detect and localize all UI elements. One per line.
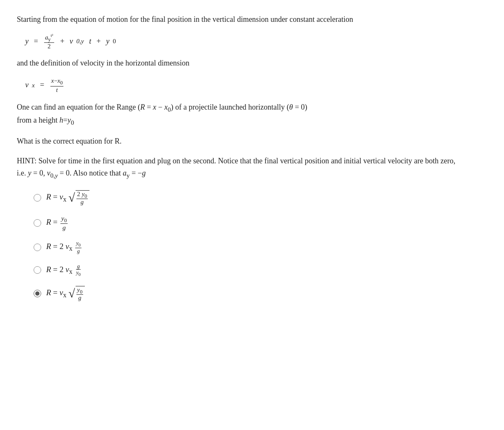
- eq1-v0y-sub: 0,y: [76, 34, 84, 48]
- option-B-row[interactable]: R = y0 g: [34, 215, 487, 231]
- sqrt-symbol-E: √: [68, 288, 75, 300]
- eq1-y: y: [25, 33, 29, 50]
- sqrt-symbol-A: √: [68, 192, 75, 204]
- option-C-label: R = 2 vx y0 g: [46, 240, 82, 254]
- eq2-vx-sub: x: [32, 79, 35, 92]
- option-C-frac: y0 g: [75, 240, 81, 254]
- option-A-frac: 2 y0 g: [76, 191, 88, 205]
- option-E-frac: y0 g: [76, 287, 84, 301]
- option-C-frac-den: g: [76, 248, 80, 254]
- eq2-equals: =: [38, 77, 46, 94]
- option-A-frac-num: 2 y0: [76, 191, 88, 199]
- option-B-frac: y0 g: [60, 215, 68, 231]
- option-E-frac-num: y0: [76, 287, 84, 295]
- option-C-radio[interactable]: [34, 244, 41, 251]
- eq1-y0-sub: 0: [113, 34, 116, 48]
- option-B-label: R = y0 g: [46, 215, 68, 231]
- option-C-frac-num: y0: [75, 240, 81, 248]
- option-B-frac-num: y0: [60, 215, 68, 224]
- sqrt-content-E: y0 g: [76, 286, 85, 301]
- option-C-row[interactable]: R = 2 vx y0 g: [34, 240, 487, 254]
- option-A-radio[interactable]: [34, 194, 41, 202]
- eq1-t: t: [87, 33, 93, 50]
- option-A-sqrt: √ 2 y0 g: [68, 190, 90, 205]
- equation-1: y = ayt² 2 + v0,y t + y0: [25, 33, 487, 50]
- option-D-radio[interactable]: [34, 266, 41, 274]
- option-A-label: R = vx √ 2 y0 g: [46, 190, 89, 205]
- option-E-label: R = vx √ y0 g: [46, 286, 85, 301]
- option-D-frac: g y0: [75, 263, 81, 277]
- sqrt-content-A: 2 y0 g: [76, 190, 90, 205]
- option-E-radio[interactable]: [34, 290, 41, 297]
- eq1-frac-denominator: 2: [47, 43, 51, 50]
- eq1-v0y: v: [70, 33, 73, 50]
- option-D-row[interactable]: R = 2 vx g y0: [34, 263, 487, 277]
- eq2-frac-den: t: [55, 87, 59, 93]
- line4-label: What is the correct equation for R.: [17, 137, 121, 145]
- option-E-frac-den: g: [77, 295, 82, 301]
- eq1-y0: y: [106, 33, 109, 50]
- option-E-sqrt: √ y0 g: [68, 286, 85, 301]
- option-D-label: R = 2 vx g y0: [46, 263, 82, 277]
- eq1-frac-numerator: ayt²: [44, 33, 54, 43]
- eq2-vx: v: [25, 77, 29, 94]
- equation-2: vx = x−x0 t: [25, 77, 487, 94]
- eq1-plus: +: [58, 33, 66, 50]
- line2-text: and the definition of velocity in the ho…: [17, 57, 487, 69]
- main-content: Starting from the equation of motion for…: [17, 13, 487, 301]
- option-B-frac-den: g: [62, 224, 67, 231]
- eq2-fraction: x−x0 t: [50, 77, 64, 93]
- header-sentence: Starting from the equation of motion for…: [17, 15, 353, 24]
- option-A-frac-den: g: [80, 199, 84, 205]
- eq1-equals: =: [32, 33, 40, 50]
- intro-text: Starting from the equation of motion for…: [17, 13, 487, 26]
- line3-text: One can find an equation for the Range (…: [17, 101, 487, 128]
- option-D-frac-num: g: [76, 263, 80, 270]
- eq2-frac-num: x−x0: [50, 77, 64, 86]
- option-B-radio[interactable]: [34, 219, 41, 227]
- hint-text: HINT: Solve for time in the first equati…: [17, 155, 487, 181]
- eq1-fraction: ayt² 2: [44, 33, 54, 50]
- line2-label: and the definition of velocity in the ho…: [17, 59, 189, 67]
- option-A-row[interactable]: R = vx √ 2 y0 g: [34, 190, 487, 205]
- option-D-frac-den: y0: [75, 270, 81, 277]
- option-E-radio-inner: [35, 291, 39, 296]
- eq1-plus2: +: [97, 33, 103, 50]
- option-E-row[interactable]: R = vx √ y0 g: [34, 286, 487, 301]
- line4-text: What is the correct equation for R.: [17, 135, 487, 147]
